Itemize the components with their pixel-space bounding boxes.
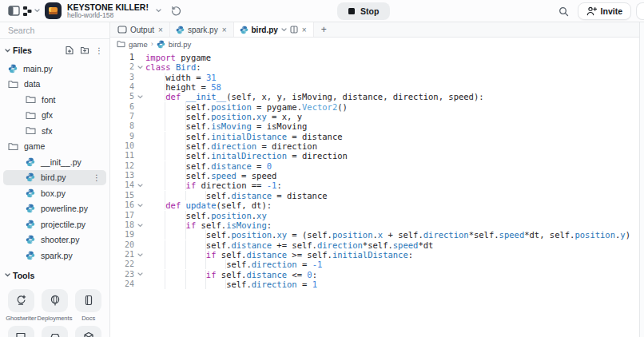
tools-grid: Ghostwriter Deployments Docs Chat Thread…: [0, 284, 109, 337]
file-item-kebab-icon[interactable]: ⋮: [93, 173, 101, 182]
code-line-9[interactable]: 9 self.initialDistance = distance: [110, 132, 639, 141]
file-tree-item-powerline-py[interactable]: powerline.py: [0, 201, 109, 217]
file-tree-item-projectile-py[interactable]: projectile.py: [0, 216, 109, 232]
code-line-22[interactable]: 22 self.direction = -1: [110, 260, 639, 269]
fold-gutter-spacer: [134, 132, 145, 141]
code-line-14[interactable]: 14 if direction == -1:: [110, 180, 639, 190]
fold-chevron-icon[interactable]: [134, 92, 145, 101]
fold-chevron-icon[interactable]: [134, 200, 145, 210]
code-line-17[interactable]: 17 self.position.xy: [110, 211, 639, 220]
file-tree-item-box-py[interactable]: box.py: [0, 185, 109, 201]
code-text: self.direction = 1: [145, 280, 639, 289]
line-number: 19: [110, 230, 134, 240]
line-number: 16: [110, 200, 134, 210]
right-dock-rail[interactable]: [639, 22, 644, 337]
line-number: 6: [110, 102, 134, 112]
tool-deployments[interactable]: Deployments: [38, 287, 73, 323]
search-button[interactable]: [555, 2, 573, 20]
code-line-6[interactable]: 6 self.position = pygame.Vector2(): [110, 102, 639, 112]
tab-spark-py[interactable]: spark.py×: [170, 22, 234, 37]
file-tree-item-bird-py[interactable]: bird.py⋮: [3, 170, 106, 186]
file-tree-item-data[interactable]: data: [0, 77, 109, 93]
code-line-11[interactable]: 11 self.initalDirection = direction: [110, 151, 639, 161]
fold-gutter-spacer: [134, 280, 145, 289]
code-line-24[interactable]: 24 self.direction = 1: [110, 280, 639, 289]
fold-chevron-icon[interactable]: [134, 270, 145, 280]
code-line-12[interactable]: 12 self.distance = 0: [110, 161, 639, 171]
tab-bird-py[interactable]: bird.py ×: [234, 22, 314, 37]
repl-subtitle: hello-world-158: [67, 12, 149, 19]
code-line-19[interactable]: 19 self.position.xy = (self.position.x +…: [110, 230, 639, 240]
close-tab-icon[interactable]: ×: [221, 26, 228, 34]
history-button[interactable]: [168, 2, 185, 20]
tools-section-header[interactable]: Tools: [0, 267, 109, 284]
file-tree-item-font[interactable]: font: [0, 92, 109, 108]
breadcrumb-file[interactable]: bird.py: [169, 40, 192, 49]
code-line-1[interactable]: 1import pygame: [110, 53, 639, 62]
tab-output[interactable]: Output×: [112, 22, 170, 37]
code-line-23[interactable]: 23 if self.distance <= 0:: [110, 270, 639, 280]
fold-gutter-spacer: [134, 121, 145, 131]
file-tree-item-label: sfx: [42, 126, 52, 136]
file-tree-item-spark-py[interactable]: spark.py: [0, 248, 109, 264]
fold-gutter-spacer: [134, 230, 145, 240]
code-line-2[interactable]: 2class Bird:: [110, 62, 639, 72]
code-line-18[interactable]: 18 if self.isMoving:: [110, 220, 639, 230]
search-input[interactable]: [0, 26, 109, 35]
split-editor-icon[interactable]: [290, 26, 298, 34]
files-menu-kebab-icon[interactable]: ⋮: [95, 46, 104, 55]
chevron-down-icon[interactable]: [281, 28, 287, 32]
new-file-icon[interactable]: [65, 46, 74, 55]
replit-menu-button[interactable]: [22, 2, 40, 20]
code-line-16[interactable]: 16 def update(self, dt):: [110, 200, 639, 210]
code-line-21[interactable]: 21 if self.distance >= self.initialDista…: [110, 250, 639, 260]
invite-person-plus-icon: [586, 6, 597, 16]
file-tree-item-sfx[interactable]: sfx: [0, 123, 109, 139]
breadcrumb-folder[interactable]: game: [129, 40, 148, 49]
fold-chevron-icon[interactable]: [134, 180, 145, 190]
code-line-13[interactable]: 13 self.speed = speed: [110, 171, 639, 180]
tool-threads[interactable]: Threads: [38, 324, 73, 337]
tool-packages[interactable]: Packages: [72, 324, 105, 337]
code-text: self.speed = speed: [145, 171, 639, 180]
file-tree-item-gfx[interactable]: gfx: [0, 108, 109, 124]
tool-docs[interactable]: Docs: [72, 287, 105, 323]
file-tree-item-label: main.py: [23, 64, 53, 73]
file-tree-item--init-py[interactable]: __init__.py: [0, 154, 109, 170]
new-folder-icon[interactable]: [80, 46, 89, 55]
code-line-15[interactable]: 15 self.distance = distance: [110, 191, 639, 200]
code-line-7[interactable]: 7 self.position.xy = x, y: [110, 112, 639, 121]
file-tree-item-shooter-py[interactable]: shooter.py: [0, 232, 109, 248]
file-tree-item-label: bird.py: [41, 172, 66, 182]
tool-chat[interactable]: Chat: [5, 324, 38, 337]
code-line-4[interactable]: 4 height = 58: [110, 82, 639, 92]
stop-button[interactable]: Stop: [337, 2, 390, 20]
repl-title-dropdown[interactable]: [150, 2, 168, 20]
code-line-10[interactable]: 10 self.direction = direction: [110, 141, 639, 151]
clipped-header-button[interactable]: [636, 2, 644, 20]
code-line-20[interactable]: 20 self.distance += self.direction*self.…: [110, 240, 639, 250]
fold-gutter-spacer: [134, 161, 145, 171]
code-line-3[interactable]: 3 width = 31: [110, 73, 639, 82]
sidebar-toggle-button[interactable]: [5, 2, 22, 20]
invite-button[interactable]: Invite: [578, 2, 631, 20]
fold-chevron-icon[interactable]: [134, 62, 145, 72]
tool-ghostwriter[interactable]: Ghostwriter: [5, 287, 38, 323]
tool-label: Deployments: [38, 315, 73, 322]
code-editor[interactable]: 1import pygame2class Bird:3 width = 314 …: [110, 50, 639, 337]
close-tab-icon[interactable]: ×: [157, 26, 164, 34]
file-tree-item-game[interactable]: game: [0, 139, 109, 155]
file-tree-item-main-py[interactable]: main.py: [0, 61, 109, 77]
fold-chevron-icon[interactable]: [134, 250, 145, 260]
close-tab-icon[interactable]: ×: [301, 26, 308, 34]
new-tab-button[interactable]: +: [314, 22, 334, 37]
line-number: 13: [110, 171, 134, 180]
folder-icon: [26, 95, 36, 104]
console-icon: [117, 26, 127, 34]
code-text: self.position.xy = x, y: [145, 112, 639, 121]
code-line-8[interactable]: 8 self.isMoving = isMoving: [110, 121, 639, 131]
fold-chevron-icon[interactable]: [134, 220, 145, 230]
code-line-5[interactable]: 5 def __init__(self, x, y, isMoving, dis…: [110, 92, 639, 101]
python-file-icon: [8, 64, 18, 73]
files-section-header[interactable]: Files ⋮: [0, 42, 109, 59]
